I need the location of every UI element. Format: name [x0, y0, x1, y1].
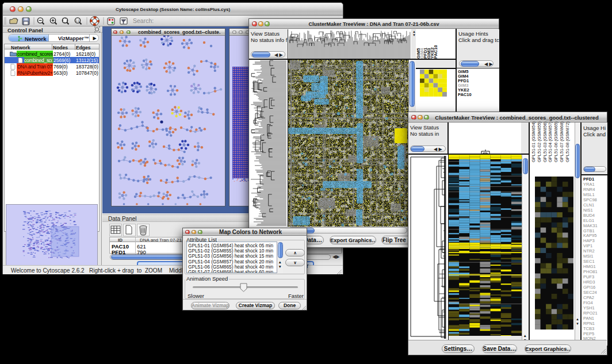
svg-text:1:1: 1:1 [76, 20, 80, 22]
svg-text:Search:: Search: [133, 17, 154, 24]
